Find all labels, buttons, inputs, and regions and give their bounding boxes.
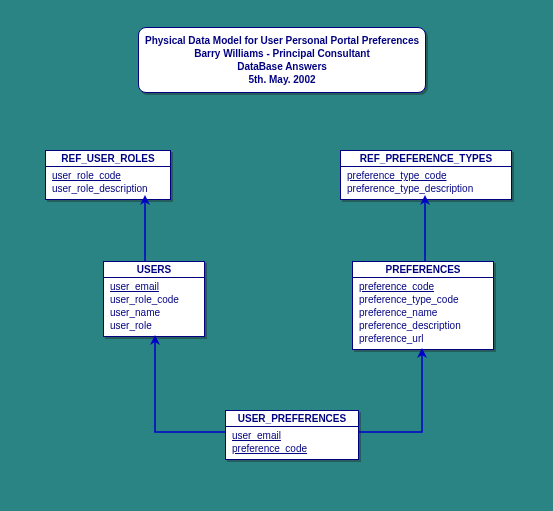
title-box: Physical Data Model for User Personal Po… — [138, 27, 426, 93]
attr-row: preference_code — [232, 442, 352, 455]
entity-header: PREFERENCES — [353, 262, 493, 278]
attr-row: user_role_code — [110, 293, 198, 306]
attr-row: user_email — [110, 280, 198, 293]
entity-preferences: PREFERENCES preference_code preference_t… — [352, 261, 494, 350]
arrow-userprefs-to-users — [155, 340, 225, 432]
title-line1: Physical Data Model for User Personal Po… — [143, 34, 421, 47]
entity-body: preference_code preference_type_code pre… — [353, 278, 493, 349]
diagram-canvas: Physical Data Model for User Personal Po… — [0, 0, 553, 511]
attr-row: user_email — [232, 429, 352, 442]
attr-row: preference_description — [359, 319, 487, 332]
entity-header: USER_PREFERENCES — [226, 411, 358, 427]
attr-row: preference_code — [359, 280, 487, 293]
arrow-userprefs-to-preferences — [359, 353, 422, 432]
attr-row: preference_type_code — [359, 293, 487, 306]
entity-header: USERS — [104, 262, 204, 278]
entity-header: REF_USER_ROLES — [46, 151, 170, 167]
attr-row: user_role_description — [52, 182, 164, 195]
entity-body: user_email user_role_code user_name user… — [104, 278, 204, 336]
attr-row: user_name — [110, 306, 198, 319]
entity-ref-user-roles: REF_USER_ROLES user_role_code user_role_… — [45, 150, 171, 200]
entity-header: REF_PREFERENCE_TYPES — [341, 151, 511, 167]
attr-row: preference_type_code — [347, 169, 505, 182]
entity-body: preference_type_code preference_type_des… — [341, 167, 511, 199]
entity-ref-preference-types: REF_PREFERENCE_TYPES preference_type_cod… — [340, 150, 512, 200]
title-line3: DataBase Answers — [143, 60, 421, 73]
entity-body: user_email preference_code — [226, 427, 358, 459]
attr-row: preference_url — [359, 332, 487, 345]
title-line2: Barry Williams - Principal Consultant — [143, 47, 421, 60]
title-line4: 5th. May. 2002 — [143, 73, 421, 86]
attr-row: user_role_code — [52, 169, 164, 182]
attr-row: preference_type_description — [347, 182, 505, 195]
entity-users: USERS user_email user_role_code user_nam… — [103, 261, 205, 337]
attr-row: user_role — [110, 319, 198, 332]
entity-body: user_role_code user_role_description — [46, 167, 170, 199]
attr-row: preference_name — [359, 306, 487, 319]
entity-user-preferences: USER_PREFERENCES user_email preference_c… — [225, 410, 359, 460]
